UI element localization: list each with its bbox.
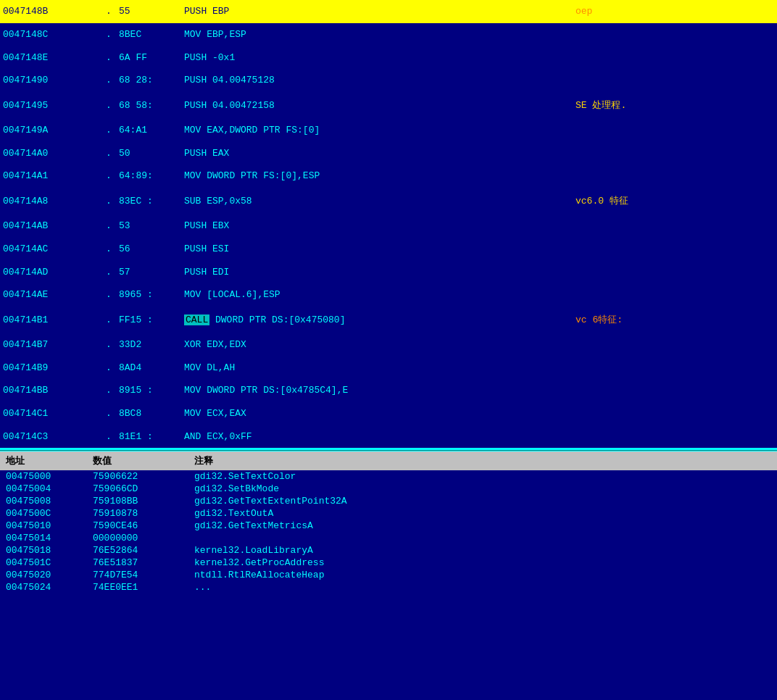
bottom-comment: gdi32.GetTextMetricsA bbox=[188, 520, 777, 532]
disasm-comment bbox=[573, 283, 777, 307]
disasm-hex: 6A FF bbox=[116, 46, 181, 69]
disasm-row[interactable]: 0047148E . 6A FF PUSH -0x1 bbox=[0, 46, 777, 69]
disasm-table: 0047148B . 55 PUSH EBP oep 0047148C . 8B… bbox=[0, 0, 777, 448]
bottom-panel: 地址 数值 注释 00475000 75906622 gdi32.SetText… bbox=[0, 451, 777, 593]
disasm-row[interactable]: 004714AE . 8965 : MOV [LOCAL.6],ESP bbox=[0, 283, 777, 307]
disasm-comment bbox=[573, 425, 777, 448]
bottom-comment: gdi32.SetTextColor bbox=[188, 470, 777, 483]
bottom-val: 74EE0EE1 bbox=[87, 581, 188, 593]
disasm-instr: CALL DWORD PTR DS:[0x475080] bbox=[181, 306, 573, 333]
disasm-row[interactable]: 004714B7 . 33D2 XOR EDX,EDX bbox=[0, 333, 777, 357]
disasm-hex: 8965 : bbox=[116, 283, 181, 307]
disasm-row[interactable]: 004714AD . 57 PUSH EDI bbox=[0, 260, 777, 283]
bottom-addr: 00475024 bbox=[0, 581, 87, 593]
disasm-hex: FF15 : bbox=[116, 306, 181, 333]
disasm-addr: 004714C3 bbox=[0, 425, 101, 448]
disasm-addr: 0047148B bbox=[0, 0, 101, 23]
bottom-row[interactable]: 00475000 75906622 gdi32.SetTextColor bbox=[0, 470, 777, 483]
bottom-addr: 00475014 bbox=[0, 532, 87, 544]
disasm-hex: 68 28: bbox=[116, 69, 181, 92]
bottom-row[interactable]: 00475010 7590CE46 gdi32.GetTextMetricsA bbox=[0, 520, 777, 532]
bottom-header: 地址 数值 注释 bbox=[0, 451, 777, 470]
disasm-instr: MOV DL,AH bbox=[181, 356, 573, 379]
disasm-instr: PUSH ESI bbox=[181, 238, 573, 261]
disasm-panel: 0047148B . 55 PUSH EBP oep 0047148C . 8B… bbox=[0, 0, 777, 449]
disasm-row[interactable]: 0047148C . 8BEC MOV EBP,ESP bbox=[0, 23, 777, 46]
disasm-hex: 81E1 : bbox=[116, 425, 181, 448]
bottom-addr: 00475020 bbox=[0, 569, 87, 581]
bottom-row[interactable]: 00475008 759108BB gdi32.GetTextExtentPoi… bbox=[0, 495, 777, 507]
disasm-row[interactable]: 004714A8 . 83EC : SUB ESP,0x58 vc6.0 特征 bbox=[0, 188, 777, 214]
bottom-row[interactable]: 0047500C 75910878 gdi32.TextOutA bbox=[0, 507, 777, 520]
disasm-comment bbox=[573, 402, 777, 425]
bottom-row[interactable]: 00475020 774D7E54 ntdll.RtlReAllocateHea… bbox=[0, 569, 777, 581]
disasm-addr: 0047149A bbox=[0, 119, 101, 142]
disasm-dot: . bbox=[101, 46, 116, 69]
disasm-row[interactable]: 004714B9 . 8AD4 MOV DL,AH bbox=[0, 356, 777, 379]
disasm-hex: 8915 : bbox=[116, 379, 181, 402]
disasm-row[interactable]: 004714A1 . 64:89: MOV DWORD PTR FS:[0],E… bbox=[0, 164, 777, 188]
disasm-row[interactable]: 0047149A . 64:A1 MOV EAX,DWORD PTR FS:[0… bbox=[0, 119, 777, 142]
disasm-hex: 64:89: bbox=[116, 164, 181, 188]
bottom-val: 774D7E54 bbox=[87, 569, 188, 581]
bottom-comment: gdi32.TextOutA bbox=[188, 507, 777, 520]
disasm-addr: 004714AB bbox=[0, 214, 101, 238]
disasm-dot: . bbox=[101, 119, 116, 142]
disasm-comment bbox=[573, 238, 777, 261]
disasm-row[interactable]: 004714C1 . 8BC8 MOV ECX,EAX bbox=[0, 402, 777, 425]
disasm-hex: 57 bbox=[116, 260, 181, 283]
disasm-row[interactable]: 004714BB . 8915 : MOV DWORD PTR DS:[0x47… bbox=[0, 379, 777, 402]
disasm-comment bbox=[573, 260, 777, 283]
disasm-instr: PUSH EBX bbox=[181, 214, 573, 238]
disasm-dot: . bbox=[101, 214, 116, 238]
disasm-dot: . bbox=[101, 92, 116, 119]
disasm-dot: . bbox=[101, 306, 116, 333]
bottom-addr: 00475004 bbox=[0, 483, 87, 495]
bottom-val: 00000000 bbox=[87, 532, 188, 544]
bottom-table: 00475000 75906622 gdi32.SetTextColor 004… bbox=[0, 470, 777, 593]
disasm-row[interactable]: 00471495 . 68 58: PUSH 04.00472158 SE 处理… bbox=[0, 92, 777, 119]
disasm-addr: 004714B9 bbox=[0, 356, 101, 379]
disasm-addr: 0047148E bbox=[0, 46, 101, 69]
disasm-instr: PUSH -0x1 bbox=[181, 46, 573, 69]
disasm-instr: MOV DWORD PTR DS:[0x4785C4],E bbox=[181, 379, 573, 402]
disasm-dot: . bbox=[101, 188, 116, 214]
disasm-addr: 00471495 bbox=[0, 92, 101, 119]
disasm-row[interactable]: 004714A0 . 50 PUSH EAX bbox=[0, 141, 777, 164]
bottom-row[interactable]: 0047501C 76E51837 kernel32.GetProcAddres… bbox=[0, 557, 777, 569]
disasm-comment: vc6.0 特征 bbox=[573, 188, 777, 214]
disasm-dot: . bbox=[101, 356, 116, 379]
disasm-row[interactable]: 004714B1 . FF15 : CALL DWORD PTR DS:[0x4… bbox=[0, 306, 777, 333]
disasm-instr: MOV EBP,ESP bbox=[181, 23, 573, 46]
disasm-row[interactable]: 00471490 . 68 28: PUSH 04.00475128 bbox=[0, 69, 777, 92]
disasm-comment bbox=[573, 356, 777, 379]
disasm-addr: 00471490 bbox=[0, 69, 101, 92]
main-container: 0047148B . 55 PUSH EBP oep 0047148C . 8B… bbox=[0, 0, 777, 593]
bottom-addr: 0047500C bbox=[0, 507, 87, 520]
disasm-addr: 004714AC bbox=[0, 238, 101, 261]
disasm-instr: MOV DWORD PTR FS:[0],ESP bbox=[181, 164, 573, 188]
bottom-row[interactable]: 00475014 00000000 bbox=[0, 532, 777, 544]
bottom-val: 759108BB bbox=[87, 495, 188, 507]
disasm-instr: SUB ESP,0x58 bbox=[181, 188, 573, 214]
bottom-addr: 00475008 bbox=[0, 495, 87, 507]
disasm-row[interactable]: 004714AB . 53 PUSH EBX bbox=[0, 214, 777, 238]
disasm-instr: PUSH EAX bbox=[181, 141, 573, 164]
bottom-row[interactable]: 00475018 76E52864 kernel32.LoadLibraryA bbox=[0, 544, 777, 557]
disasm-hex: 83EC : bbox=[116, 188, 181, 214]
disasm-row[interactable]: 0047148B . 55 PUSH EBP oep bbox=[0, 0, 777, 23]
disasm-row[interactable]: 004714AC . 56 PUSH ESI bbox=[0, 238, 777, 261]
bottom-comment: ... bbox=[188, 581, 777, 593]
disasm-comment bbox=[573, 379, 777, 402]
disasm-instr: MOV [LOCAL.6],ESP bbox=[181, 283, 573, 307]
disasm-addr: 004714AE bbox=[0, 283, 101, 307]
disasm-comment bbox=[573, 119, 777, 142]
disasm-dot: . bbox=[101, 23, 116, 46]
disasm-addr: 004714A1 bbox=[0, 164, 101, 188]
bottom-val: 75906622 bbox=[87, 470, 188, 483]
bottom-row[interactable]: 00475024 74EE0EE1 ... bbox=[0, 581, 777, 593]
disasm-hex: 55 bbox=[116, 0, 181, 23]
bottom-val: 75910878 bbox=[87, 507, 188, 520]
bottom-row[interactable]: 00475004 759066CD gdi32.SetBkMode bbox=[0, 483, 777, 495]
disasm-row[interactable]: 004714C3 . 81E1 : AND ECX,0xFF bbox=[0, 425, 777, 448]
